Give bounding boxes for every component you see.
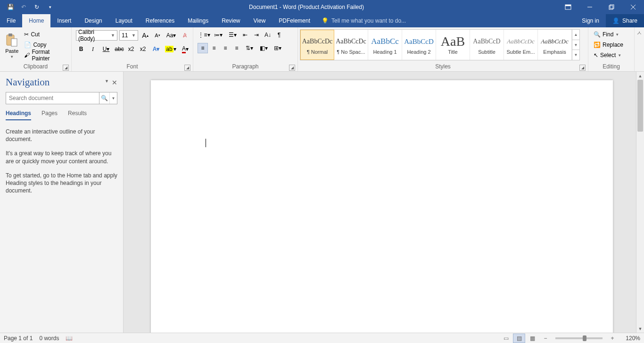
style-item-4[interactable]: AaBTitle <box>436 30 470 60</box>
align-center-button[interactable]: ≡ <box>209 43 219 53</box>
style-item-5[interactable]: AaBbCcDSubtitle <box>470 30 504 60</box>
multilevel-button[interactable]: ☰▾ <box>226 30 239 40</box>
signin-button[interactable]: Sign in <box>575 14 606 27</box>
font-name-combo[interactable]: Calibri (Body)▼ <box>76 30 117 41</box>
zoom-in-button[interactable]: + <box>606 334 619 343</box>
share-button[interactable]: 👤Share <box>606 14 644 27</box>
font-size-combo[interactable]: 11▼ <box>119 30 138 41</box>
styles-dialog-launcher[interactable]: ◢ <box>579 65 586 71</box>
maximize-button[interactable] <box>601 0 622 14</box>
shrink-font-button[interactable]: A▾ <box>152 30 163 41</box>
gallery-more[interactable]: ▼ <box>572 50 579 60</box>
style-item-2[interactable]: AaBbCcHeading 1 <box>368 30 402 60</box>
nav-tab-results[interactable]: Results <box>68 108 87 120</box>
zoom-level[interactable]: 120% <box>619 335 640 342</box>
nav-search-box[interactable]: 🔍 ▼ <box>6 92 117 104</box>
nav-search-input[interactable] <box>6 95 99 101</box>
page-count[interactable]: Page 1 of 1 <box>4 335 33 342</box>
nav-tab-headings[interactable]: Headings <box>6 108 31 120</box>
spellcheck-icon[interactable]: 📖 <box>66 335 73 342</box>
collapse-ribbon-button[interactable]: ㅅ <box>635 27 644 71</box>
style-item-0[interactable]: AaBbCcDc¶ Normal <box>300 30 334 60</box>
superscript-button[interactable]: x2 <box>138 44 148 54</box>
change-case-button[interactable]: Aa▾ <box>165 30 178 41</box>
nav-search-button[interactable]: 🔍 <box>99 92 109 104</box>
scroll-thumb[interactable] <box>637 80 643 132</box>
format-painter-button[interactable]: 🖌Format Painter <box>22 50 69 60</box>
print-layout-button[interactable]: ▤ <box>513 334 525 343</box>
tab-file[interactable]: File <box>0 14 22 27</box>
document-page[interactable] <box>151 80 613 333</box>
nav-close-button[interactable]: ✕ <box>112 79 117 86</box>
zoom-thumb[interactable] <box>583 335 586 341</box>
tab-pdfelement[interactable]: PDFelement <box>272 14 317 27</box>
read-mode-button[interactable]: ▭ <box>500 334 512 343</box>
tab-review[interactable]: Review <box>215 14 247 27</box>
copy-label: Copy <box>33 42 46 48</box>
sort-button[interactable]: A↓ <box>263 30 273 40</box>
gallery-up[interactable]: ▲ <box>572 30 579 40</box>
minimize-button[interactable] <box>579 0 601 14</box>
style-item-3[interactable]: AaBbCcDHeading 2 <box>402 30 436 60</box>
numbering-button[interactable]: ≔▾ <box>212 30 225 40</box>
font-color-button[interactable]: A▾ <box>179 44 192 54</box>
replace-button[interactable]: 🔁Replace <box>591 40 626 50</box>
nav-search-dropdown[interactable]: ▼ <box>109 92 117 104</box>
document-area[interactable]: ▲ ▼ <box>124 72 644 333</box>
word-count[interactable]: 0 words <box>39 335 59 342</box>
grow-font-button[interactable]: A▴ <box>140 30 150 41</box>
gallery-down[interactable]: ▼ <box>572 40 579 50</box>
align-left-button[interactable]: ≡ <box>198 43 208 53</box>
zoom-out-button[interactable]: − <box>539 334 552 343</box>
clear-formatting-button[interactable]: A̷ <box>180 30 190 41</box>
italic-button[interactable]: I <box>88 44 98 54</box>
font-dialog-launcher[interactable]: ◢ <box>184 65 190 71</box>
vertical-scrollbar[interactable]: ▲ ▼ <box>636 72 644 333</box>
bullets-button[interactable]: ⋮≡▾ <box>198 30 211 40</box>
nav-dropdown-icon[interactable]: ▼ <box>105 79 109 86</box>
tab-mailings[interactable]: Mailings <box>181 14 215 27</box>
tell-me[interactable]: 💡Tell me what you want to do... <box>322 14 406 27</box>
align-right-button[interactable]: ≡ <box>220 43 231 53</box>
underline-button[interactable]: U▾ <box>99 44 113 54</box>
text-effects-button[interactable]: A▾ <box>149 44 163 54</box>
cut-button[interactable]: ✂Cut <box>22 29 69 40</box>
highlight-button[interactable]: ab▾ <box>164 44 177 54</box>
strikethrough-button[interactable]: abc <box>114 44 124 54</box>
tab-references[interactable]: References <box>139 14 181 27</box>
paste-button[interactable]: Paste ▼ <box>3 29 21 62</box>
increase-indent-button[interactable]: ⇥ <box>251 30 262 40</box>
style-item-1[interactable]: AaBbCcDc¶ No Spac... <box>334 30 368 60</box>
tab-view[interactable]: View <box>247 14 272 27</box>
justify-button[interactable]: ≡ <box>231 43 242 53</box>
tab-home[interactable]: Home <box>22 14 50 27</box>
scroll-up-button[interactable]: ▲ <box>636 72 644 80</box>
clipboard-dialog-launcher[interactable]: ◢ <box>63 65 69 71</box>
shading-button[interactable]: ◧▾ <box>257 43 270 53</box>
redo-button[interactable]: ↻ <box>31 1 42 13</box>
scroll-down-button[interactable]: ▼ <box>636 325 644 333</box>
copy-icon: 📄 <box>24 42 31 48</box>
style-item-6[interactable]: AaBbCcDcSubtle Em... <box>504 30 538 60</box>
select-button[interactable]: ↖Select▼ <box>591 50 624 60</box>
tab-design[interactable]: Design <box>78 14 108 27</box>
paragraph-dialog-launcher[interactable]: ◢ <box>289 65 295 71</box>
undo-button[interactable]: ↶ <box>18 1 29 13</box>
ribbon-display-button[interactable] <box>557 0 579 14</box>
qat-customize[interactable]: ▾ <box>44 1 56 13</box>
show-marks-button[interactable]: ¶ <box>274 30 284 40</box>
style-item-7[interactable]: AaBbCcDcEmphasis <box>538 30 572 60</box>
zoom-slider[interactable] <box>555 337 603 339</box>
borders-button[interactable]: ⊞▾ <box>271 43 284 53</box>
close-button[interactable] <box>622 0 644 14</box>
bold-button[interactable]: B <box>76 44 86 54</box>
line-spacing-button[interactable]: ⇅▾ <box>243 43 256 53</box>
tab-insert[interactable]: Insert <box>50 14 78 27</box>
tab-layout[interactable]: Layout <box>109 14 139 27</box>
subscript-button[interactable]: x2 <box>126 44 136 54</box>
save-button[interactable]: 💾 <box>5 1 16 13</box>
nav-tab-pages[interactable]: Pages <box>41 108 58 120</box>
decrease-indent-button[interactable]: ⇤ <box>240 30 250 40</box>
find-button[interactable]: 🔍Find▼ <box>591 29 621 40</box>
web-layout-button[interactable]: ▦ <box>526 334 538 343</box>
